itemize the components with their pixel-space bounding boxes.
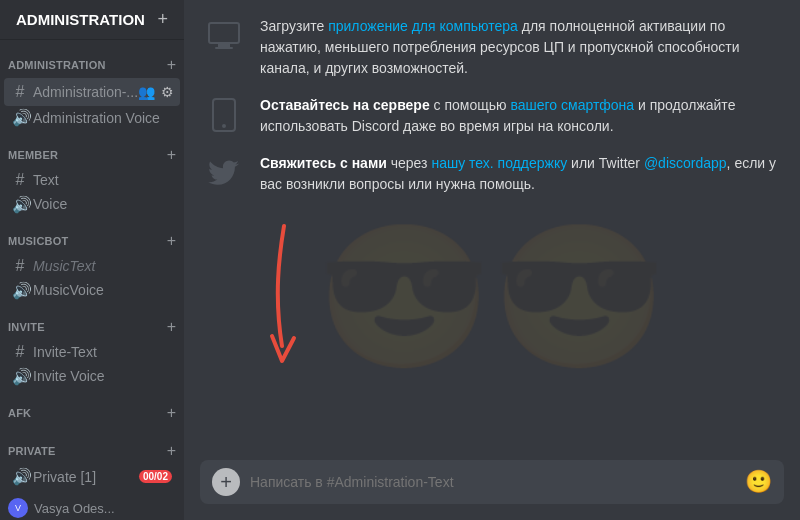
- desktop-app-link[interactable]: приложение для компьютера: [328, 18, 518, 34]
- voice-channel-icon-4: 🔊: [12, 367, 28, 386]
- info-text-twitter: Свяжитесь с нами через нашу тех. поддерж…: [260, 153, 780, 195]
- message-text-input[interactable]: [250, 474, 737, 490]
- emoji-watermark-text: 😎😎: [317, 215, 667, 380]
- twitter-icon: [204, 153, 244, 193]
- voice-channel-icon: 🔊: [12, 108, 28, 127]
- private-badge: 00/02: [139, 470, 172, 483]
- channel-musictext[interactable]: # MusicText: [4, 254, 180, 278]
- info-items: Загрузите приложение для компьютера для …: [204, 16, 780, 195]
- channel-invite-text[interactable]: # Invite-Text: [4, 340, 180, 364]
- phone-icon: [204, 95, 244, 135]
- channel-name-administration-text: Administration-...: [33, 84, 138, 100]
- emoji-picker-button[interactable]: 🙂: [745, 469, 772, 495]
- info-text-desktop: Загрузите приложение для компьютера для …: [260, 16, 780, 79]
- members-icon[interactable]: 👥: [138, 84, 155, 100]
- info-item-desktop: Загрузите приложение для компьютера для …: [204, 16, 780, 79]
- category-name-musicbot: MUSICBOT: [8, 235, 68, 247]
- channel-invite-voice[interactable]: 🔊 Invite Voice: [4, 364, 180, 388]
- svg-rect-1: [218, 44, 230, 47]
- chat-area[interactable]: Загрузите приложение для компьютера для …: [184, 0, 800, 460]
- settings-icon[interactable]: ⚙: [161, 84, 174, 100]
- message-attach-button[interactable]: +: [212, 468, 240, 496]
- voice-channel-icon-5: 🔊: [12, 467, 28, 486]
- category-name-afk: AFK: [8, 407, 31, 419]
- svg-point-4: [222, 124, 226, 128]
- server-name: ADMINISTRATION: [16, 11, 145, 28]
- channel-name-musicvoice: MusicVoice: [33, 282, 104, 298]
- text-channel-icon-4: #: [12, 343, 28, 361]
- channel-administration-voice[interactable]: 🔊 Administration Voice: [4, 106, 180, 130]
- category-plus-musicbot[interactable]: +: [167, 232, 176, 250]
- category-member: MEMBER +: [0, 130, 184, 168]
- sidebar: ADMINISTRATION + ADMINISTRATION + # Admi…: [0, 0, 184, 520]
- channel-private-1[interactable]: 🔊 Private [1] 00/02: [4, 464, 180, 488]
- category-afk: AFK +: [0, 388, 184, 426]
- category-plus-afk[interactable]: +: [167, 404, 176, 422]
- support-link[interactable]: нашу тех. поддержку: [431, 155, 567, 171]
- message-input-area: + 🙂: [184, 460, 800, 520]
- category-invite: INVITE +: [0, 302, 184, 340]
- voice-channel-icon-2: 🔊: [12, 195, 28, 214]
- channel-name-private-1: Private [1]: [33, 469, 96, 485]
- main-content: Загрузите приложение для компьютера для …: [184, 0, 800, 520]
- text-channel-icon: #: [12, 83, 28, 101]
- svg-rect-0: [209, 23, 239, 43]
- category-private: PRIVATE +: [0, 426, 184, 464]
- channel-name-invite-voice: Invite Voice: [33, 368, 105, 384]
- monitor-icon: [204, 16, 244, 56]
- channel-musicvoice[interactable]: 🔊 MusicVoice: [4, 278, 180, 302]
- info-item-twitter: Свяжитесь с нами через нашу тех. поддерж…: [204, 153, 780, 195]
- category-musicbot: MUSICBOT +: [0, 216, 184, 254]
- server-plus-icon[interactable]: +: [157, 9, 168, 30]
- channel-name-invite-text: Invite-Text: [33, 344, 97, 360]
- channel-voice[interactable]: 🔊 Voice: [4, 192, 180, 216]
- text-channel-icon-3: #: [12, 257, 28, 275]
- channel-name-text: Text: [33, 172, 59, 188]
- mobile-link[interactable]: вашего смартфона: [510, 97, 634, 113]
- category-plus-private[interactable]: +: [167, 442, 176, 460]
- text-channel-icon-2: #: [12, 171, 28, 189]
- category-name-private: PRIVATE: [8, 445, 56, 457]
- channel-name-voice: Voice: [33, 196, 67, 212]
- user-name: Vasya Odes...: [34, 501, 115, 516]
- category-name-invite: INVITE: [8, 321, 45, 333]
- server-header[interactable]: ADMINISTRATION +: [0, 0, 184, 40]
- category-name-administration: ADMINISTRATION: [8, 59, 106, 71]
- category-plus-administration[interactable]: +: [167, 56, 176, 74]
- category-administration: ADMINISTRATION +: [0, 40, 184, 78]
- channel-text[interactable]: # Text: [4, 168, 180, 192]
- category-plus-member[interactable]: +: [167, 146, 176, 164]
- category-plus-invite[interactable]: +: [167, 318, 176, 336]
- channel-name-administration-voice: Administration Voice: [33, 110, 160, 126]
- discord-twitter-link[interactable]: @discordapp: [644, 155, 727, 171]
- info-text-mobile: Оставайтесь на сервере с помощью вашего …: [260, 95, 780, 137]
- voice-channel-icon-3: 🔊: [12, 281, 28, 300]
- info-item-mobile: Оставайтесь на сервере с помощью вашего …: [204, 95, 780, 137]
- channel-administration-text[interactable]: # Administration-... 👥 ⚙: [4, 78, 180, 105]
- channel-name-musictext: MusicText: [33, 258, 96, 274]
- svg-rect-2: [215, 47, 233, 49]
- message-input-wrapper: + 🙂: [200, 460, 784, 504]
- category-name-member: MEMBER: [8, 149, 58, 161]
- emoji-watermark: 😎😎: [184, 215, 800, 380]
- user-avatar: V: [8, 498, 28, 518]
- user-row[interactable]: V Vasya Odes...: [0, 497, 184, 520]
- red-arrow-overlay: [244, 216, 324, 380]
